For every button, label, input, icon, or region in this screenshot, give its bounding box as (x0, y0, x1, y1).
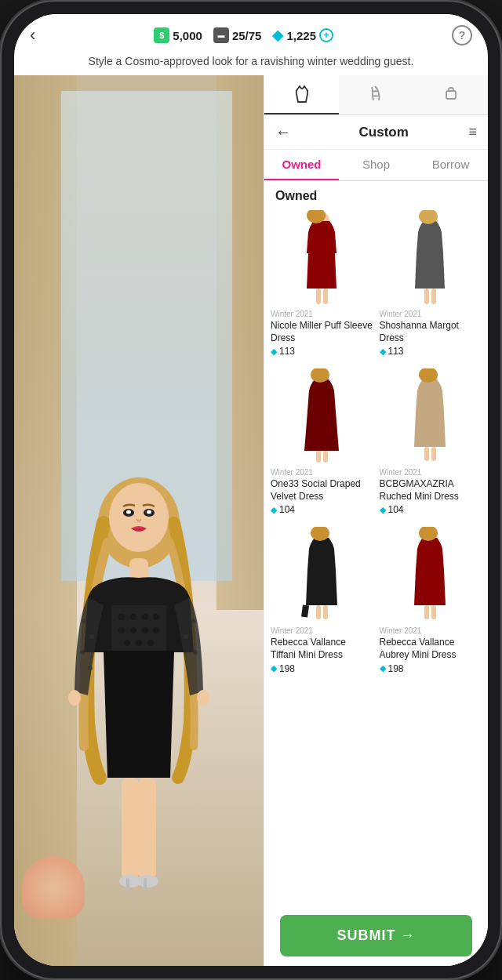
top-bar: ‹ $ 5,000 ▬ 25/75 ◆ 1,225 + ? (14, 14, 488, 52)
items-grid: Winter 2021 Nicole Miller Puff Sleeve Dr… (264, 208, 488, 906)
svg-rect-37 (323, 289, 328, 304)
item-image-3 (271, 366, 373, 468)
svg-rect-29 (139, 778, 156, 880)
custom-header: ← Custom ≡ (264, 115, 488, 150)
item-price-5: ◆ 198 (271, 663, 295, 674)
svg-rect-44 (316, 451, 321, 463)
item-season-6: Winter 2021 (380, 626, 422, 635)
custom-back-button[interactable]: ← (275, 123, 291, 141)
svg-point-10 (88, 666, 93, 670)
item-image-4 (380, 366, 482, 468)
item-card-1[interactable]: Winter 2021 Nicole Miller Puff Sleeve Dr… (271, 208, 373, 357)
currency-row: $ 5,000 ▬ 25/75 ◆ 1,225 + (154, 27, 333, 44)
section-header: Owned (264, 181, 488, 208)
character-background (14, 75, 264, 966)
svg-rect-56 (424, 605, 429, 619)
item-card-3[interactable]: Winter 2021 One33 Social Draped Velvet D… (271, 366, 373, 515)
category-tabs (264, 75, 488, 115)
svg-rect-45 (323, 451, 328, 463)
diamond-icon-6: ◆ (380, 663, 386, 673)
dress-svg-2 (401, 210, 460, 308)
item-name-6: Rebecca Vallance Aubrey Mini Dress (380, 637, 482, 661)
item-season-5: Winter 2021 (271, 626, 313, 635)
item-image-2 (380, 208, 482, 310)
item-name-1: Nicole Miller Puff Sleeve Dress (271, 320, 373, 344)
diamond-icon-5: ◆ (271, 663, 277, 673)
phone-frame: ‹ $ 5,000 ▬ 25/75 ◆ 1,225 + ? Style a Co… (0, 0, 502, 980)
submit-bar: SUBMIT → (264, 906, 488, 966)
tab-hair[interactable] (339, 75, 413, 114)
svg-point-8 (89, 634, 94, 639)
svg-point-24 (136, 640, 142, 646)
item-name-2: Shoshanna Margot Dress (380, 320, 482, 344)
help-button[interactable]: ? (452, 25, 472, 45)
diamonds-display: ◆ 1,225 + (272, 27, 333, 44)
character-panel (14, 75, 264, 966)
item-price-3: ◆ 104 (271, 504, 295, 515)
svg-rect-32 (126, 878, 129, 892)
tab-borrow[interactable]: Borrow (413, 150, 488, 180)
items-row-2: Winter 2021 One33 Social Draped Velvet D… (271, 366, 482, 515)
diamond-icon: ◆ (272, 27, 283, 44)
svg-point-25 (147, 640, 154, 646)
dress-svg-6 (401, 527, 460, 625)
item-season-3: Winter 2021 (271, 468, 313, 477)
character-svg (60, 448, 217, 966)
item-price-4: ◆ 104 (380, 504, 404, 515)
phone-screen: ‹ $ 5,000 ▬ 25/75 ◆ 1,225 + ? Style a Co… (14, 14, 488, 966)
main-content: ← Custom ≡ Owned Shop Borrow Owned (14, 75, 488, 966)
svg-point-20 (130, 627, 136, 633)
diamond-icon-1: ◆ (271, 347, 277, 357)
svg-point-5 (126, 510, 131, 514)
item-name-3: One33 Social Draped Velvet Dress (271, 478, 373, 503)
svg-rect-36 (316, 289, 321, 304)
filter-button[interactable]: ≡ (468, 124, 477, 140)
tab-accessory[interactable] (413, 75, 488, 114)
ticket-icon: ▬ (213, 27, 229, 43)
item-season-2: Winter 2021 (380, 310, 422, 318)
svg-rect-52 (316, 605, 321, 619)
challenge-text: Style a Cosmo-approved look for a ravish… (14, 52, 488, 75)
svg-point-18 (153, 614, 159, 620)
svg-point-22 (153, 627, 159, 633)
item-price-1: ◆ 113 (271, 346, 295, 357)
item-card-4[interactable]: Winter 2021 BCBGMAXAZRIA Ruched Mini Dre… (380, 366, 482, 515)
svg-point-26 (68, 690, 81, 706)
svg-point-12 (184, 634, 188, 639)
tab-dress[interactable] (264, 75, 339, 114)
coins-display: $ 5,000 (154, 27, 202, 43)
item-season-1: Winter 2021 (271, 310, 313, 318)
item-tabs: Owned Shop Borrow (264, 150, 488, 181)
item-image-1 (271, 208, 373, 310)
svg-point-17 (142, 614, 148, 620)
tab-shop[interactable]: Shop (339, 150, 413, 180)
svg-rect-34 (446, 91, 456, 99)
item-name-4: BCBGMAXAZRIA Ruched Mini Dress (380, 478, 482, 503)
item-name-5: Rebecca Vallance Tiffani Mini Dress (271, 637, 373, 661)
diamond-icon-2: ◆ (380, 347, 386, 357)
submit-button[interactable]: SUBMIT → (280, 915, 472, 956)
item-card-6[interactable]: Winter 2021 Rebecca Vallance Aubrey Mini… (380, 524, 482, 673)
svg-rect-40 (424, 289, 429, 304)
svg-rect-49 (431, 447, 436, 461)
svg-rect-41 (431, 289, 436, 304)
item-price-2: ◆ 113 (380, 346, 404, 357)
svg-rect-53 (323, 605, 328, 619)
svg-point-23 (124, 640, 130, 646)
svg-point-27 (197, 690, 209, 706)
dollar-icon: $ (154, 27, 169, 43)
add-diamonds-button[interactable]: + (319, 28, 333, 42)
back-button[interactable]: ‹ (30, 25, 35, 45)
wardrobe-panel: ← Custom ≡ Owned Shop Borrow Owned (264, 75, 488, 966)
dress-svg-5 (293, 527, 351, 625)
item-price-6: ◆ 198 (380, 663, 404, 674)
item-card-2[interactable]: Winter 2021 Shoshanna Margot Dress ◆ 113 (380, 208, 482, 357)
tickets-display: ▬ 25/75 (213, 27, 262, 43)
tab-owned[interactable]: Owned (264, 150, 339, 180)
item-card-5[interactable]: Winter 2021 Rebecca Vallance Tiffani Min… (271, 524, 373, 673)
items-row-3: Winter 2021 Rebecca Vallance Tiffani Min… (271, 524, 482, 673)
svg-point-13 (193, 650, 198, 655)
diamond-icon-3: ◆ (271, 505, 277, 515)
svg-point-21 (142, 627, 148, 633)
svg-point-6 (147, 510, 151, 514)
